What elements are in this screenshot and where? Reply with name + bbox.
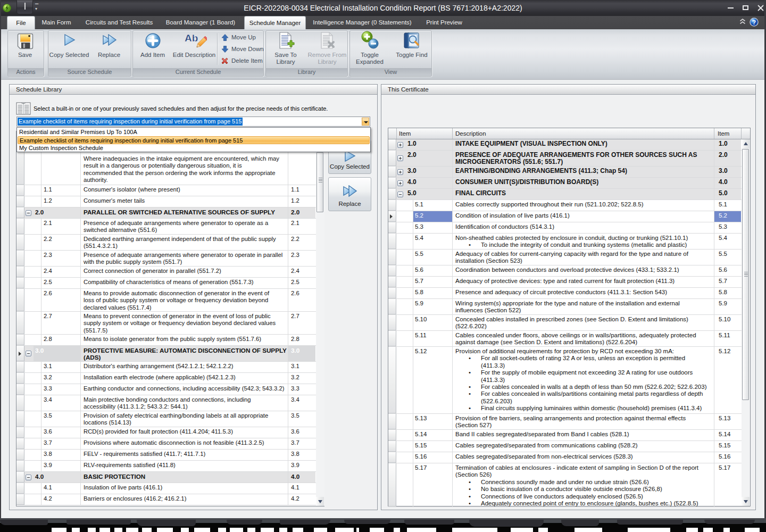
svg-text:?: ? [752, 19, 756, 26]
svg-text:Ab: Ab [185, 32, 198, 44]
